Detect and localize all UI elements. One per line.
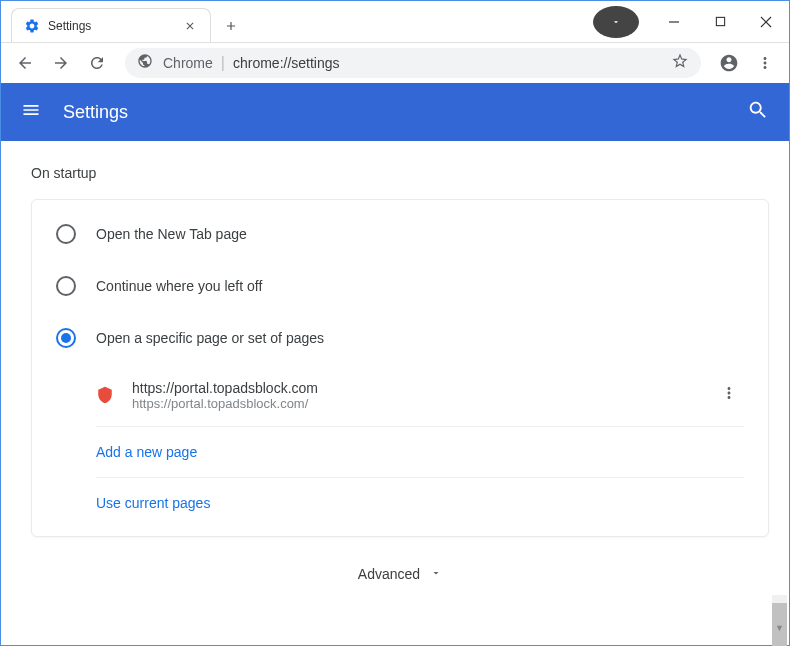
- add-page-row[interactable]: Add a new page: [96, 427, 744, 478]
- section-title: On startup: [31, 165, 769, 181]
- reload-button[interactable]: [81, 47, 113, 79]
- more-icon[interactable]: [714, 378, 744, 412]
- browser-toolbar: Chrome | chrome://settings: [1, 43, 789, 83]
- minimize-button[interactable]: [651, 6, 697, 38]
- page-url: https://portal.topadsblock.com/: [132, 396, 714, 411]
- close-window-button[interactable]: [743, 6, 789, 38]
- hamburger-icon[interactable]: [21, 100, 41, 124]
- incognito-icon[interactable]: [593, 6, 639, 38]
- header-title: Settings: [63, 102, 128, 123]
- svg-rect-1: [716, 17, 724, 25]
- back-button[interactable]: [9, 47, 41, 79]
- startup-card: Open the New Tab page Continue where you…: [31, 199, 769, 537]
- advanced-toggle[interactable]: Advanced: [31, 537, 769, 595]
- shield-icon: [96, 386, 114, 404]
- url-separator: |: [221, 54, 225, 72]
- radio-icon: [56, 328, 76, 348]
- use-current-row[interactable]: Use current pages: [96, 478, 744, 528]
- radio-label: Continue where you left off: [96, 278, 262, 294]
- advanced-label: Advanced: [358, 566, 420, 582]
- settings-header: Settings: [1, 83, 789, 141]
- radio-icon: [56, 276, 76, 296]
- address-bar[interactable]: Chrome | chrome://settings: [125, 48, 701, 78]
- radio-label: Open a specific page or set of pages: [96, 330, 324, 346]
- new-tab-button[interactable]: [217, 12, 245, 40]
- gear-icon: [24, 18, 40, 34]
- titlebar: Settings: [1, 1, 789, 43]
- star-icon[interactable]: [671, 52, 689, 74]
- chevron-down-icon: [430, 565, 442, 583]
- search-icon[interactable]: [747, 99, 769, 125]
- startup-page-entry: https://portal.topadsblock.com https://p…: [96, 364, 744, 427]
- radio-continue[interactable]: Continue where you left off: [32, 260, 768, 312]
- page-title: https://portal.topadsblock.com: [132, 380, 714, 396]
- use-current-link[interactable]: Use current pages: [96, 495, 210, 511]
- radio-specific-page[interactable]: Open a specific page or set of pages: [32, 312, 768, 364]
- globe-icon: [137, 53, 153, 73]
- url-text: chrome://settings: [233, 55, 340, 71]
- profile-button[interactable]: [713, 47, 745, 79]
- menu-button[interactable]: [749, 47, 781, 79]
- url-prefix: Chrome: [163, 55, 213, 71]
- maximize-button[interactable]: [697, 6, 743, 38]
- close-icon[interactable]: [184, 18, 200, 34]
- browser-tab[interactable]: Settings: [11, 8, 211, 42]
- add-page-link[interactable]: Add a new page: [96, 444, 197, 460]
- tab-title: Settings: [48, 19, 184, 33]
- radio-new-tab[interactable]: Open the New Tab page: [32, 208, 768, 260]
- forward-button[interactable]: [45, 47, 77, 79]
- radio-label: Open the New Tab page: [96, 226, 247, 242]
- radio-icon: [56, 224, 76, 244]
